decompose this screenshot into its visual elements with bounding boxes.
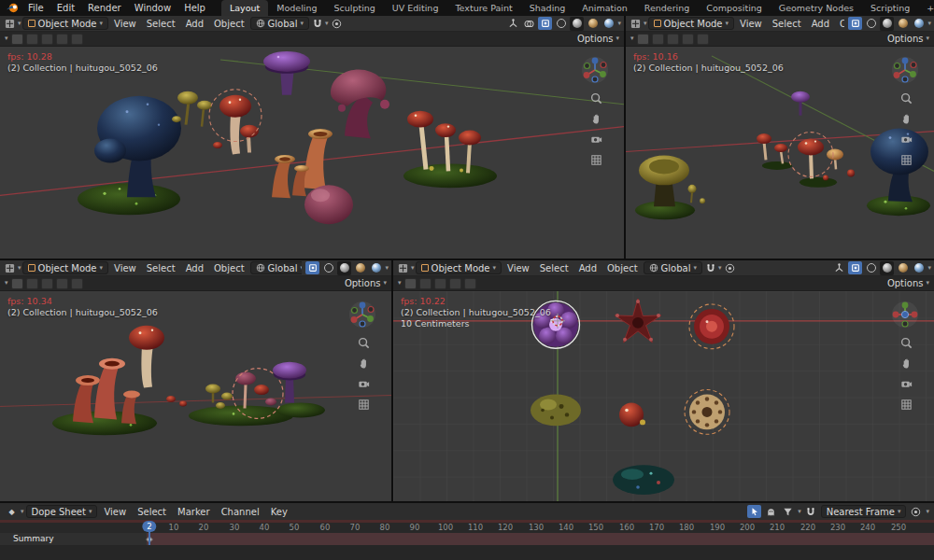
editor-type-icon[interactable]: ◆ — [5, 505, 19, 518]
camera-view-icon[interactable] — [589, 133, 603, 147]
shading-wireframe-button[interactable] — [321, 261, 335, 275]
mushroom-teal-blob[interactable] — [613, 465, 674, 495]
shading-wireframe-button[interactable] — [864, 261, 878, 275]
xray-toggle-icon[interactable] — [848, 17, 862, 30]
mushroom-red-trumpets[interactable] — [73, 358, 140, 425]
mushroom-purple[interactable] — [263, 51, 310, 95]
mushroom-trumpets[interactable] — [272, 129, 353, 224]
mode-selector[interactable]: Object Mode▾ — [416, 261, 502, 274]
workspace-tab-sculpting[interactable]: Sculpting — [325, 0, 383, 16]
snap-mode-selector[interactable]: Nearest Frame▾ — [821, 505, 907, 518]
tool-icon[interactable] — [56, 278, 68, 289]
workspace-tab-animation[interactable]: Animation — [573, 0, 635, 16]
grid-toggle-icon[interactable] — [589, 153, 603, 167]
ghost-frames-icon[interactable] — [764, 505, 778, 518]
select-menu[interactable]: Select — [133, 507, 171, 517]
edit-menu[interactable]: Edit — [50, 3, 81, 13]
object-menu[interactable]: Object — [209, 263, 249, 273]
shading-wireframe-button[interactable] — [554, 17, 568, 31]
mushroom-purple[interactable] — [273, 362, 306, 403]
blender-logo-icon[interactable] — [6, 2, 20, 14]
tool-icon[interactable] — [41, 34, 53, 45]
snap-caret[interactable]: ▾ — [718, 265, 722, 272]
shading-caret[interactable]: ▾ — [927, 265, 931, 272]
xray-toggle-icon[interactable] — [848, 261, 862, 274]
proportional-editing-icon[interactable] — [909, 505, 923, 518]
proportional-caret[interactable]: ▾ — [926, 509, 929, 515]
key-menu[interactable]: Key — [266, 507, 292, 517]
grid-toggle-icon[interactable] — [899, 398, 913, 412]
tool-icon[interactable] — [667, 34, 679, 45]
mushroom-red-ring[interactable] — [694, 309, 729, 344]
editor-type-caret[interactable]: ▾ — [21, 509, 24, 515]
move-hand-icon[interactable] — [899, 357, 913, 371]
help-menu[interactable]: Help — [177, 3, 212, 13]
view-menu[interactable]: View — [109, 263, 141, 273]
mode-selector[interactable]: Object Mode▾ — [648, 17, 735, 30]
shading-rendered-button[interactable] — [601, 17, 616, 31]
options-dropdown[interactable]: Options▾ — [577, 34, 619, 44]
mushroom-blue[interactable] — [94, 96, 181, 198]
tool-caret[interactable]: ▾ — [398, 280, 402, 287]
filter-caret[interactable]: ▾ — [798, 509, 801, 515]
mushroom-yellow-blob[interactable] — [531, 395, 581, 427]
shading-material-button[interactable] — [896, 17, 910, 31]
workspace-tab-rendering[interactable]: Rendering — [636, 0, 699, 16]
options-dropdown[interactable]: Options▾ — [345, 278, 387, 288]
camera-view-icon[interactable] — [357, 377, 371, 391]
shading-rendered-button[interactable] — [912, 17, 926, 31]
playhead-line[interactable] — [149, 531, 150, 545]
tool-icon[interactable] — [26, 34, 38, 45]
snap-magnet-icon[interactable] — [804, 505, 818, 518]
moss-bases[interactable] — [52, 402, 325, 435]
add-menu[interactable]: Add — [807, 19, 834, 29]
dopesheet-mode-selector[interactable]: Dope Sheet▾ — [26, 505, 98, 518]
viewport-canvas[interactable]: fps: 10.16 (2) Collection | huitugou_505… — [626, 47, 934, 259]
add-menu[interactable]: Add — [181, 263, 208, 273]
options-dropdown[interactable]: Options▾ — [887, 278, 929, 288]
workspace-tab-uv-editing[interactable]: UV Editing — [384, 0, 447, 16]
viewport-bottom-left[interactable]: ▾ Object Mode▾ View Select Add Object Gl… — [0, 260, 391, 501]
editor-type-icon[interactable] — [629, 17, 643, 30]
tool-icon[interactable] — [26, 278, 38, 289]
workspace-tab-geometry-nodes[interactable]: Geometry Nodes — [771, 0, 862, 16]
mushroom-yellow-cluster[interactable] — [205, 385, 233, 409]
mode-selector[interactable]: Object Mode▾ — [22, 261, 109, 274]
tool-icon[interactable] — [71, 34, 83, 45]
camera-view-icon[interactable] — [899, 377, 913, 391]
mode-selector[interactable]: Object Mode▾ — [22, 17, 109, 30]
render-menu[interactable]: Render — [81, 3, 128, 13]
view-menu[interactable]: View — [502, 263, 534, 273]
shading-material-button[interactable] — [896, 261, 910, 275]
tool-icon[interactable] — [41, 278, 53, 289]
shading-rendered-button[interactable] — [912, 261, 926, 275]
zoom-icon[interactable] — [357, 336, 371, 350]
gizmos-toggle-icon[interactable] — [832, 261, 846, 274]
move-hand-icon[interactable] — [899, 112, 913, 126]
navigation-gizmo[interactable] — [891, 301, 919, 329]
object-menu[interactable]: Object — [602, 263, 643, 273]
viewport-bottom-right[interactable]: ▾ Object Mode▾ View Select Add Object Gl… — [393, 260, 934, 501]
add-workspace-button[interactable]: + — [918, 0, 934, 16]
viewport-canvas[interactable]: fps: 10.34 (2) Collection | huitugou_505… — [0, 291, 391, 501]
tool-caret[interactable]: ▾ — [5, 35, 8, 42]
options-dropdown[interactable]: Options▾ — [887, 34, 929, 44]
snap-magnet-icon[interactable] — [310, 17, 324, 30]
move-hand-icon[interactable] — [357, 357, 371, 371]
tool-caret[interactable]: ▾ — [630, 35, 634, 42]
filter-icon[interactable] — [781, 505, 795, 518]
object-menu[interactable]: Object — [209, 19, 249, 29]
tool-icon[interactable] — [434, 278, 446, 289]
xray-toggle-icon[interactable] — [538, 17, 552, 30]
tool-icon[interactable] — [637, 34, 649, 45]
shading-rendered-button[interactable] — [369, 261, 383, 275]
navigation-gizmo[interactable] — [891, 56, 919, 84]
mushroom-blue[interactable] — [867, 129, 930, 217]
add-menu[interactable]: Add — [574, 263, 601, 273]
zoom-icon[interactable] — [589, 91, 603, 105]
editor-type-icon[interactable] — [3, 261, 17, 274]
current-frame-indicator[interactable]: 2 — [142, 521, 156, 532]
marker-menu[interactable]: Marker — [173, 507, 215, 517]
shading-material-button[interactable] — [353, 261, 367, 275]
xray-toggle-icon[interactable] — [305, 261, 319, 274]
